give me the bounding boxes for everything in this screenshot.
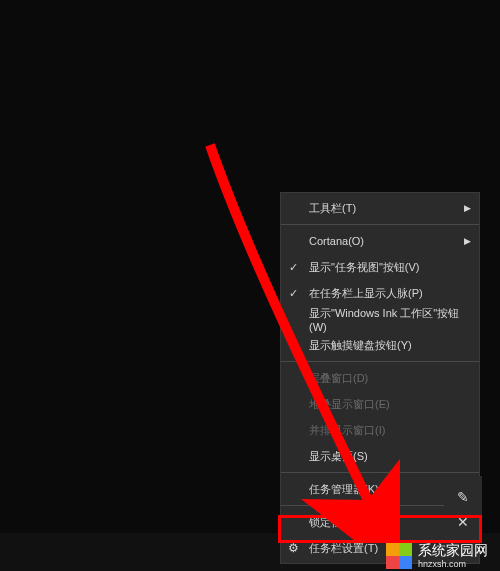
menu-item-task-view[interactable]: ✓ 显示"任务视图"按钮(V) [281, 254, 479, 280]
chevron-right-icon: ▶ [464, 236, 471, 246]
menu-label: 锁定任务栏(L) [309, 515, 377, 530]
menu-label: 任务管理器(K) [309, 482, 379, 497]
watermark-logo-icon [386, 543, 412, 569]
snip-overlay: ✎ ✕ [444, 476, 482, 542]
menu-label: 层叠窗口(D) [309, 371, 368, 386]
menu-label: 显示桌面(S) [309, 449, 368, 464]
menu-label: Cortana(O) [309, 235, 364, 247]
menu-separator [281, 361, 479, 362]
menu-label: 堆叠显示窗口(E) [309, 397, 390, 412]
menu-item-cascade: 层叠窗口(D) [281, 365, 479, 391]
watermark: 系统家园网 hnzxsh.com [386, 543, 488, 569]
check-icon: ✓ [289, 287, 298, 300]
menu-item-toolbars[interactable]: 工具栏(T) ▶ [281, 195, 479, 221]
menu-separator [281, 472, 479, 473]
menu-item-sidebyside: 并排显示窗口(I) [281, 417, 479, 443]
menu-item-cortana[interactable]: Cortana(O) ▶ [281, 228, 479, 254]
menu-item-people[interactable]: ✓ 在任务栏上显示人脉(P) [281, 280, 479, 306]
menu-item-stacked: 堆叠显示窗口(E) [281, 391, 479, 417]
menu-item-touch-keyboard[interactable]: 显示触摸键盘按钮(Y) [281, 332, 479, 358]
menu-label: 显示触摸键盘按钮(Y) [309, 338, 412, 353]
gear-icon: ⚙ [288, 541, 299, 555]
menu-label: 任务栏设置(T) [309, 541, 378, 556]
menu-item-show-desktop[interactable]: 显示桌面(S) [281, 443, 479, 469]
menu-label: 并排显示窗口(I) [309, 423, 385, 438]
menu-separator [281, 224, 479, 225]
chevron-right-icon: ▶ [464, 203, 471, 213]
menu-label: 工具栏(T) [309, 201, 356, 216]
check-icon: ✓ [289, 261, 298, 274]
close-icon[interactable]: ✕ [457, 514, 469, 530]
watermark-url: hnzxsh.com [418, 559, 488, 569]
menu-label: 显示"Windows Ink 工作区"按钮(W) [309, 306, 465, 333]
menu-label: 在任务栏上显示人脉(P) [309, 286, 423, 301]
menu-label: 显示"任务视图"按钮(V) [309, 260, 419, 275]
pen-icon[interactable]: ✎ [457, 489, 469, 505]
menu-item-ink[interactable]: 显示"Windows Ink 工作区"按钮(W) [281, 306, 479, 332]
watermark-title: 系统家园网 [418, 543, 488, 558]
